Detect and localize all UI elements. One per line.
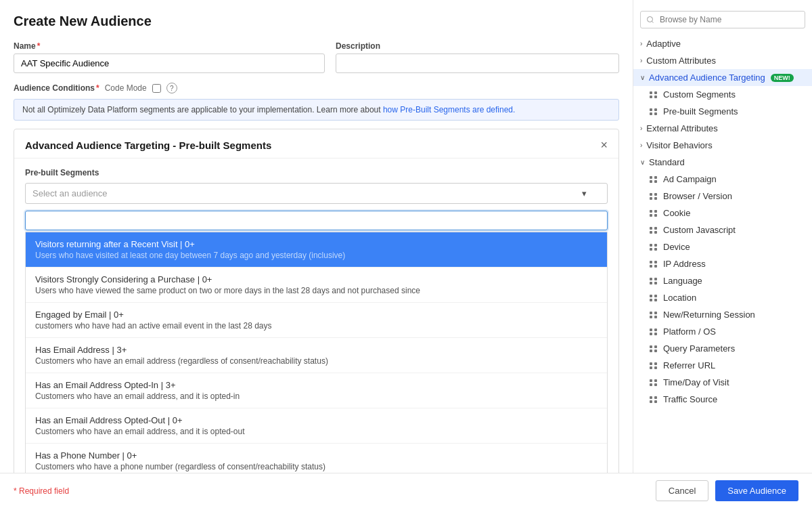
chevron-icon: › [640, 142, 642, 149]
grid-icon [650, 295, 658, 301]
dropdown-item-title: Engaged by Email | 0+ [35, 310, 597, 320]
dropdown-item-title: Has an Email Address Opted-In | 3+ [35, 380, 597, 390]
sidebar-sub-item[interactable]: Browser / Version [633, 188, 812, 205]
save-audience-button[interactable]: Save Audience [715, 480, 798, 501]
grid-icon [650, 244, 658, 251]
right-sidebar: › Adaptive › Custom Attributes ∨ Advance… [633, 0, 812, 473]
dropdown-search-input[interactable] [25, 211, 608, 230]
sidebar-collapse-item[interactable]: ∨ Advanced Audience Targeting NEW! [633, 69, 812, 86]
audience-conditions-header: Audience Conditions* Code Mode ? [14, 83, 619, 93]
dropdown-item-desc: customers who have had an active email e… [35, 321, 597, 331]
chevron-icon: ∨ [640, 158, 645, 166]
desc-input[interactable] [336, 54, 619, 73]
info-icon[interactable]: ? [166, 83, 177, 93]
sidebar-sub-item[interactable]: Ad Campaign [633, 171, 812, 188]
footer-buttons: Cancel Save Audience [656, 480, 798, 501]
pre-built-label: Pre-built Segments [25, 168, 608, 177]
sidebar-item-label: External Attributes [646, 123, 718, 133]
sidebar-sub-item[interactable]: IP Address [633, 255, 812, 272]
sidebar-sub-item[interactable]: Language [633, 272, 812, 289]
sidebar-item-label: Pre-built Segments [663, 106, 738, 117]
sidebar-collapse-item[interactable]: › External Attributes [633, 120, 812, 137]
sidebar-sub-item[interactable]: Custom Segments [633, 86, 812, 103]
cancel-button[interactable]: Cancel [656, 480, 708, 501]
select-placeholder: Select an audience [32, 188, 108, 198]
dropdown-item-desc: Users who have visited at least one day … [35, 251, 597, 260]
dropdown-item[interactable]: Has an Email Address Opted-In | 3+ Custo… [26, 373, 607, 408]
sidebar-item-label: Standard [649, 157, 685, 167]
sidebar-sub-item[interactable]: Traffic Source [633, 391, 812, 408]
sidebar-sub-item[interactable]: Pre-built Segments [633, 103, 812, 120]
grid-icon [650, 278, 658, 284]
sidebar-sub-item[interactable]: Custom Javascript [633, 221, 812, 238]
form-area: Create New Audience Name* Description Au… [0, 0, 633, 473]
dropdown-item-desc: Customers who have an email address (reg… [35, 356, 597, 366]
grid-icon [650, 312, 658, 318]
chevron-icon: › [640, 125, 642, 132]
sidebar-collapse-item[interactable]: › Custom Attributes [633, 52, 812, 69]
desc-label: Description [336, 41, 619, 51]
dropdown-item[interactable]: Visitors Strongly Considering a Purchase… [26, 268, 607, 303]
modal-overlay: Advanced Audience Targeting - Pre-built … [14, 129, 619, 473]
modal-header: Advanced Audience Targeting - Pre-built … [14, 129, 618, 158]
dropdown-item[interactable]: Has Email Address | 3+ Customers who hav… [26, 338, 607, 373]
grid-icon [650, 362, 658, 369]
name-input[interactable] [14, 54, 325, 73]
sidebar-item-label: Advanced Audience Targeting [649, 72, 765, 83]
sidebar-collapse-item[interactable]: ∨ Standard [633, 154, 812, 171]
sidebar-sub-item[interactable]: Device [633, 238, 812, 255]
sidebar-item-label: Adaptive [646, 39, 681, 49]
modal-close-button[interactable]: × [600, 139, 608, 151]
name-required-star: * [37, 41, 41, 51]
dropdown-item-title: Visitors returning after a Recent Visit … [35, 239, 597, 249]
sidebar-item-label: Visitor Behaviors [646, 140, 712, 150]
info-link[interactable]: how Pre-Built Segments are defined. [383, 105, 515, 114]
sidebar-item-label: Time/Day of Visit [663, 377, 729, 387]
conditions-required-star: * [96, 83, 99, 93]
dropdown-item[interactable]: Visitors returning after a Recent Visit … [26, 232, 607, 268]
new-badge: NEW! [771, 74, 794, 82]
dropdown-item[interactable]: Engaged by Email | 0+ customers who have… [26, 303, 607, 338]
chevron-down-icon: ▾ [582, 188, 587, 198]
sidebar-collapse-item[interactable]: › Adaptive [633, 35, 812, 52]
sidebar-sub-item[interactable]: Query Parameters [633, 340, 812, 357]
dropdown-item[interactable]: Has an Email Address Opted-Out | 0+ Cust… [26, 408, 607, 444]
sidebar-sub-item[interactable]: Location [633, 289, 812, 306]
sidebar-sub-item[interactable]: Time/Day of Visit [633, 374, 812, 391]
dropdown-item-title: Has an Email Address Opted-Out | 0+ [35, 415, 597, 425]
sidebar-item-label: Traffic Source [663, 394, 717, 404]
sidebar-item-label: Custom Javascript [663, 225, 736, 235]
grid-icon [650, 261, 658, 268]
dropdown-item-desc: Customers who have an email address, and… [35, 427, 597, 436]
grid-icon [650, 193, 658, 200]
select-display[interactable]: Select an audience ▾ [25, 183, 608, 204]
required-note: * Required field [14, 486, 69, 496]
dropdown-list: Visitors returning after a Recent Visit … [25, 232, 608, 473]
grid-icon [650, 91, 658, 98]
grid-icon [650, 329, 658, 335]
info-banner: Not all Optimizely Data Platform segment… [14, 99, 619, 121]
page-container: Create New Audience Name* Description Au… [0, 0, 812, 508]
grid-icon [650, 176, 658, 183]
main-content: Create New Audience Name* Description Au… [0, 0, 812, 473]
code-mode-checkbox-wrap [152, 84, 161, 93]
sidebar-sub-item[interactable]: Platform / OS [633, 323, 812, 340]
sidebar-sub-item[interactable]: Cookie [633, 205, 812, 221]
dropdown-item-desc: Customers who have an email address, and… [35, 391, 597, 401]
sidebar-item-label: Device [663, 242, 690, 252]
desc-field-group: Description [336, 41, 619, 73]
grid-icon [650, 227, 658, 234]
name-label: Name* [14, 41, 325, 51]
form-row-top: Name* Description [14, 41, 619, 73]
sidebar-item-label: Query Parameters [663, 343, 735, 354]
sidebar-collapse-item[interactable]: › Visitor Behaviors [633, 137, 812, 154]
code-mode-checkbox[interactable] [152, 84, 161, 93]
sidebar-item-label: Location [663, 293, 696, 303]
sidebar-sub-item[interactable]: Referrer URL [633, 357, 812, 374]
footer: * Required field Cancel Save Audience [0, 473, 812, 508]
sidebar-sub-item[interactable]: New/Returning Session [633, 306, 812, 323]
grid-icon [650, 379, 658, 386]
sidebar-item-label: Language [663, 276, 702, 286]
sidebar-search-input[interactable] [640, 11, 805, 28]
dropdown-item[interactable]: Has a Phone Number | 0+ Customers who ha… [26, 444, 607, 473]
